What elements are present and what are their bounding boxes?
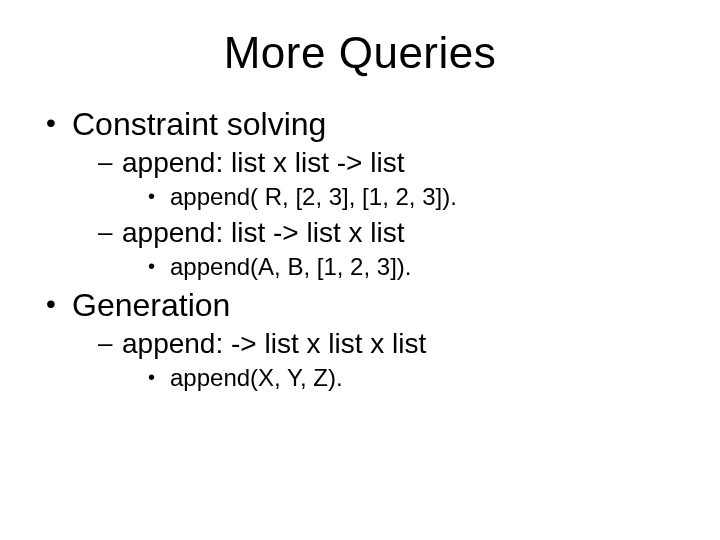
sub-list: append: -> list x list x list append(X, …: [98, 328, 680, 392]
sub-sub-list: append(X, Y, Z).: [148, 364, 680, 392]
bullet-text: append: list x list -> list: [122, 147, 404, 178]
list-item: append( R, [2, 3], [1, 2, 3]).: [148, 183, 680, 211]
list-item: append: list -> list x list append(A, B,…: [98, 217, 680, 281]
list-item: append(X, Y, Z).: [148, 364, 680, 392]
bullet-text: append(A, B, [1, 2, 3]).: [170, 253, 411, 280]
list-item: append: list x list -> list append( R, […: [98, 147, 680, 211]
sub-sub-list: append( R, [2, 3], [1, 2, 3]).: [148, 183, 680, 211]
sub-list: append: list x list -> list append( R, […: [98, 147, 680, 281]
list-item: Constraint solving append: list x list -…: [46, 106, 680, 281]
list-item: append: -> list x list x list append(X, …: [98, 328, 680, 392]
bullet-list: Constraint solving append: list x list -…: [46, 106, 680, 392]
slide: More Queries Constraint solving append: …: [0, 0, 720, 540]
list-item: append(A, B, [1, 2, 3]).: [148, 253, 680, 281]
list-item: Generation append: -> list x list x list…: [46, 287, 680, 392]
bullet-text: Generation: [72, 287, 230, 323]
bullet-text: append( R, [2, 3], [1, 2, 3]).: [170, 183, 457, 210]
sub-sub-list: append(A, B, [1, 2, 3]).: [148, 253, 680, 281]
bullet-text: append(X, Y, Z).: [170, 364, 343, 391]
bullet-text: Constraint solving: [72, 106, 326, 142]
slide-title: More Queries: [40, 28, 680, 78]
bullet-text: append: -> list x list x list: [122, 328, 426, 359]
bullet-text: append: list -> list x list: [122, 217, 404, 248]
